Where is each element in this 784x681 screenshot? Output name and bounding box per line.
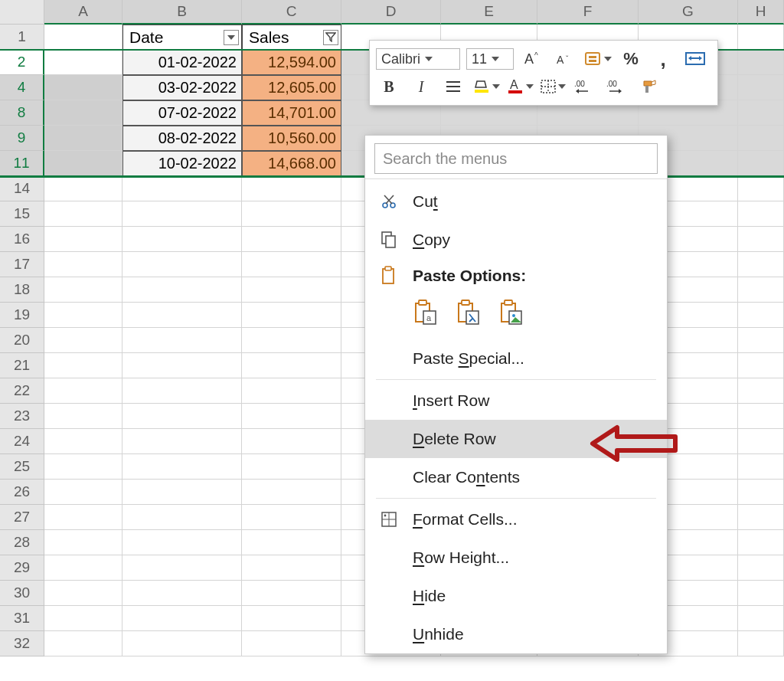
cell-sales[interactable]: 12,594.00 — [242, 50, 341, 75]
cell-sales[interactable]: 14,701.00 — [242, 100, 341, 126]
cell[interactable] — [122, 328, 242, 353]
row-header[interactable]: 1 — [0, 25, 44, 50]
cell[interactable] — [242, 530, 341, 555]
cell[interactable] — [738, 606, 784, 631]
menu-item-copy[interactable]: Copy — [365, 221, 667, 259]
row-header[interactable]: 20 — [0, 328, 44, 353]
cell[interactable] — [44, 126, 122, 151]
menu-search-input[interactable]: Search the menus — [374, 143, 658, 174]
row-header[interactable]: 18 — [0, 277, 44, 303]
cell[interactable] — [122, 555, 242, 581]
cell[interactable] — [44, 505, 122, 530]
cell[interactable] — [44, 606, 122, 631]
col-header-C[interactable]: C — [242, 0, 341, 25]
cell[interactable] — [122, 252, 242, 277]
cell[interactable] — [738, 505, 784, 530]
row-header[interactable]: 2 — [0, 50, 44, 75]
cell[interactable] — [738, 581, 784, 606]
filter-active-button[interactable] — [323, 30, 338, 45]
cell[interactable] — [122, 378, 242, 404]
cell[interactable] — [738, 328, 784, 353]
cell[interactable] — [242, 277, 341, 303]
cell[interactable] — [44, 303, 122, 328]
cell[interactable] — [242, 328, 341, 353]
cell[interactable] — [44, 75, 122, 100]
cell[interactable] — [738, 176, 784, 201]
menu-item-cut[interactable]: Cut — [365, 182, 667, 221]
font-color-button[interactable]: A — [506, 78, 534, 95]
row-header[interactable]: 11 — [0, 151, 44, 176]
bold-button[interactable]: B — [376, 75, 402, 98]
cell[interactable] — [44, 328, 122, 353]
cell[interactable] — [44, 404, 122, 429]
cell[interactable] — [242, 176, 341, 201]
cell[interactable] — [738, 227, 784, 252]
table-header-date[interactable]: Date — [122, 25, 242, 50]
increase-font-icon[interactable]: A^ — [520, 47, 546, 70]
menu-item-format-cells[interactable]: Format Cells... — [365, 500, 667, 539]
cell[interactable] — [738, 530, 784, 555]
filter-dropdown-button[interactable] — [224, 30, 239, 45]
select-all-corner[interactable] — [0, 0, 44, 25]
cell[interactable] — [738, 454, 784, 480]
cell-date[interactable]: 07-02-2022 — [122, 100, 242, 126]
cell[interactable] — [44, 480, 122, 505]
cell[interactable] — [242, 454, 341, 480]
row-header[interactable]: 22 — [0, 378, 44, 404]
cell[interactable] — [44, 151, 122, 176]
cell[interactable] — [44, 454, 122, 480]
cell[interactable] — [738, 75, 784, 100]
cell[interactable] — [738, 252, 784, 277]
cell[interactable] — [122, 480, 242, 505]
cell[interactable] — [242, 404, 341, 429]
cell[interactable] — [122, 454, 242, 480]
cell[interactable] — [44, 555, 122, 581]
col-header-E[interactable]: E — [441, 0, 537, 25]
cell[interactable] — [122, 606, 242, 631]
align-icon[interactable] — [440, 75, 466, 98]
cell[interactable] — [242, 606, 341, 631]
menu-item-paste-special[interactable]: Paste Special... — [365, 339, 667, 378]
merge-center-icon[interactable] — [682, 47, 708, 70]
cell[interactable] — [738, 277, 784, 303]
cell[interactable] — [44, 353, 122, 378]
cell[interactable] — [738, 50, 784, 75]
menu-item-row-height[interactable]: Row Height... — [365, 539, 667, 577]
font-size-combo[interactable]: 11 — [466, 48, 514, 70]
cell[interactable] — [738, 25, 784, 50]
cell[interactable] — [122, 581, 242, 606]
menu-item-hide[interactable]: Hide — [365, 577, 667, 615]
cell[interactable] — [122, 530, 242, 555]
cell[interactable] — [738, 201, 784, 227]
row-header[interactable]: 29 — [0, 555, 44, 581]
cell[interactable] — [242, 505, 341, 530]
cell[interactable] — [44, 176, 122, 201]
row-header[interactable]: 26 — [0, 480, 44, 505]
col-header-F[interactable]: F — [537, 0, 639, 25]
font-name-combo[interactable]: Calibri — [376, 48, 460, 70]
cell[interactable] — [44, 227, 122, 252]
cell[interactable] — [738, 378, 784, 404]
cell-sales[interactable]: 12,605.00 — [242, 75, 341, 100]
cell[interactable] — [738, 353, 784, 378]
format-painter-icon[interactable] — [636, 75, 662, 98]
col-header-B[interactable]: B — [122, 0, 242, 25]
row-header[interactable]: 19 — [0, 303, 44, 328]
cell[interactable] — [122, 353, 242, 378]
cell[interactable] — [122, 303, 242, 328]
italic-button[interactable]: I — [408, 75, 434, 98]
cell[interactable] — [738, 151, 784, 176]
decrease-decimal-icon[interactable]: .00 — [604, 75, 630, 98]
row-header[interactable]: 24 — [0, 429, 44, 454]
paste-picture-icon[interactable] — [498, 299, 524, 330]
cell-sales[interactable]: 14,668.00 — [242, 151, 341, 176]
col-header-D[interactable]: D — [341, 0, 441, 25]
col-header-A[interactable]: A — [44, 0, 122, 25]
increase-decimal-icon[interactable]: .00 — [572, 75, 598, 98]
percent-icon[interactable]: % — [618, 47, 644, 70]
cell[interactable] — [44, 378, 122, 404]
cell-date[interactable]: 08-02-2022 — [122, 126, 242, 151]
row-header[interactable]: 9 — [0, 126, 44, 151]
cell[interactable] — [738, 555, 784, 581]
cell[interactable] — [44, 277, 122, 303]
